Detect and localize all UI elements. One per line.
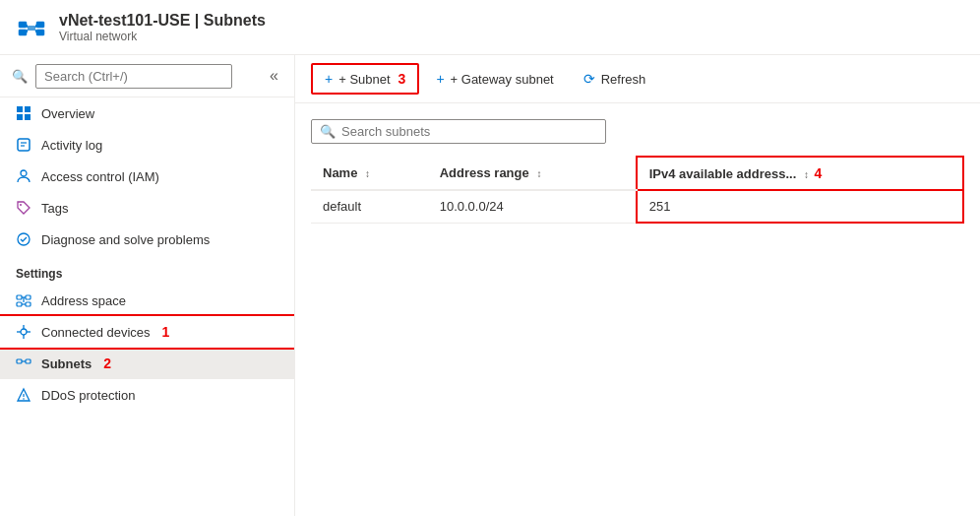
sidebar-item-ddos[interactable]: DDoS protection (0, 379, 294, 411)
svg-rect-31 (17, 359, 22, 363)
sidebar-item-subnets-label: Subnets (41, 356, 92, 371)
vnet-icon (16, 12, 47, 43)
sort-ipv4-icon[interactable]: ↕ (804, 169, 809, 180)
svg-rect-21 (17, 302, 22, 306)
add-subnet-button[interactable]: + + Subnet 3 (311, 63, 419, 95)
subnets-table: Name ↕ Address range ↕ IPv4 available ad… (311, 156, 964, 224)
svg-rect-12 (25, 114, 31, 120)
sidebar-search-container: 🔍 « (0, 55, 294, 97)
cell-address-range: 10.0.0.0/24 (428, 190, 637, 223)
sidebar-item-activity-log[interactable]: Activity log (0, 129, 294, 161)
page-header: vNet-test101-USE | Subnets Virtual netwo… (0, 0, 980, 55)
sidebar-item-diagnose-label: Diagnose and solve problems (41, 232, 210, 247)
svg-rect-9 (17, 106, 23, 112)
sidebar-scroll: Overview Activity log Access control (IA… (0, 97, 294, 516)
gateway-subnet-label: + Gateway subnet (451, 72, 554, 87)
annotation-4: 4 (815, 165, 823, 181)
svg-rect-32 (26, 359, 31, 363)
table-search-container: 🔍 (311, 119, 606, 144)
sidebar-item-tags[interactable]: Tags (0, 192, 294, 224)
gateway-subnet-button[interactable]: + + Gateway subnet (423, 64, 566, 94)
connected-devices-icon (16, 324, 31, 340)
sidebar-item-overview[interactable]: Overview (0, 97, 294, 129)
sort-address-icon[interactable]: ↕ (536, 168, 541, 179)
table-header: Name ↕ Address range ↕ IPv4 available ad… (311, 157, 963, 190)
sidebar-item-connected-devices[interactable]: Connected devices 1 (0, 316, 294, 348)
svg-point-26 (21, 329, 27, 335)
svg-rect-0 (19, 22, 27, 28)
sidebar-item-subnets[interactable]: Subnets 2 (0, 348, 294, 379)
table-row[interactable]: default 10.0.0.0/24 251 (311, 190, 963, 223)
sidebar-item-overview-label: Overview (41, 106, 94, 121)
page-subtitle: Virtual network (59, 30, 266, 43)
sort-name-icon[interactable]: ↕ (365, 168, 370, 179)
annotation-2: 2 (103, 355, 111, 371)
sidebar-item-activity-log-label: Activity log (41, 138, 102, 153)
col-name: Name ↕ (311, 157, 428, 190)
activity-log-icon (16, 137, 31, 153)
annotation-3: 3 (398, 71, 406, 87)
ddos-icon (16, 387, 31, 403)
header-text: vNet-test101-USE | Subnets Virtual netwo… (59, 12, 266, 43)
sidebar-item-ddos-label: DDoS protection (41, 388, 135, 403)
svg-rect-1 (19, 30, 27, 35)
add-subnet-icon: + (325, 71, 333, 87)
col-ipv4: IPv4 available address... ↕ 4 (637, 157, 963, 190)
table-search-icon: 🔍 (320, 124, 336, 139)
svg-rect-2 (36, 22, 44, 28)
svg-point-17 (20, 204, 22, 206)
table-body: default 10.0.0.0/24 251 (311, 190, 963, 223)
diagnose-icon (16, 231, 31, 247)
settings-section-header: Settings (0, 255, 294, 285)
tags-icon (16, 200, 31, 216)
sidebar-item-connected-devices-label: Connected devices (41, 325, 151, 340)
overview-icon (16, 105, 31, 121)
table-area: 🔍 Name ↕ Address range ↕ (295, 103, 980, 516)
svg-point-35 (23, 398, 25, 400)
page-title: vNet-test101-USE | Subnets (59, 12, 266, 30)
sidebar-search-input[interactable] (35, 64, 232, 89)
iam-icon (16, 168, 31, 184)
sidebar-item-iam-label: Access control (IAM) (41, 169, 159, 184)
svg-rect-13 (18, 139, 30, 151)
cell-name: default (311, 190, 428, 223)
content-area: + + Subnet 3 + + Gateway subnet ⟳ Refres… (295, 55, 980, 516)
toolbar: + + Subnet 3 + + Gateway subnet ⟳ Refres… (295, 55, 980, 103)
svg-rect-4 (28, 26, 35, 31)
add-subnet-label: + Subnet (338, 72, 390, 87)
cell-ipv4: 251 (637, 190, 963, 223)
svg-point-18 (18, 233, 30, 245)
main-layout: 🔍 « Overview Activity log Acc (0, 55, 980, 516)
svg-rect-3 (36, 30, 44, 35)
sidebar-item-iam[interactable]: Access control (IAM) (0, 161, 294, 192)
sidebar-item-address-space-label: Address space (41, 293, 126, 308)
svg-rect-20 (26, 295, 31, 299)
svg-rect-19 (17, 295, 22, 299)
svg-rect-22 (26, 302, 31, 306)
collapse-sidebar-button[interactable]: « (266, 63, 282, 89)
annotation-1: 1 (162, 324, 170, 340)
address-space-icon (16, 292, 31, 308)
sidebar-item-tags-label: Tags (41, 201, 68, 216)
refresh-label: Refresh (601, 72, 646, 87)
search-icon: 🔍 (12, 69, 28, 84)
subnets-icon (16, 355, 31, 371)
sidebar-item-diagnose[interactable]: Diagnose and solve problems (0, 224, 294, 255)
svg-point-16 (21, 170, 27, 176)
gateway-subnet-icon: + (436, 71, 444, 87)
col-address-range: Address range ↕ (428, 157, 637, 190)
svg-rect-11 (17, 114, 23, 120)
refresh-icon: ⟳ (583, 71, 595, 87)
svg-rect-10 (25, 106, 31, 112)
refresh-button[interactable]: ⟳ Refresh (571, 64, 659, 94)
sidebar: 🔍 « Overview Activity log Acc (0, 55, 295, 516)
sidebar-item-address-space[interactable]: Address space (0, 285, 294, 316)
table-search-input[interactable] (341, 124, 597, 139)
